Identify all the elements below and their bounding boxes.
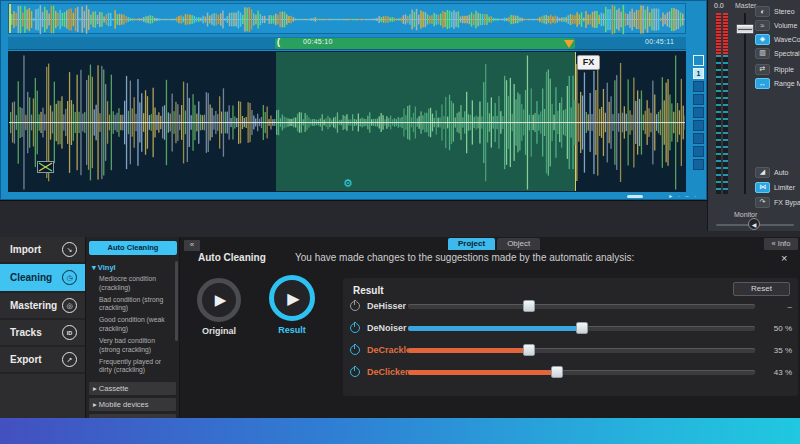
decrackler-slider-handle[interactable] bbox=[523, 344, 535, 356]
selection-start-bracket: ( bbox=[277, 37, 280, 47]
monitor-slider-handle[interactable]: ◀ bbox=[748, 218, 760, 230]
gear-icon[interactable]: ⚙ bbox=[343, 178, 353, 189]
tracks-icon: ID bbox=[62, 325, 77, 340]
level-meter-right bbox=[723, 13, 728, 194]
original-preview: ▶ Original bbox=[191, 278, 247, 336]
declicker-slider-track[interactable] bbox=[408, 370, 755, 375]
stereo-icon: ◐ bbox=[755, 6, 770, 17]
preset-category-vinyl[interactable]: ▾ Vinyl bbox=[92, 263, 176, 272]
auto-icon: ◢ bbox=[755, 167, 770, 178]
mastering-icon: ◎ bbox=[62, 298, 77, 313]
range-mode-button[interactable]: ↔Range Mode bbox=[755, 77, 800, 89]
denoiser-slider-handle[interactable] bbox=[576, 322, 588, 334]
preset-item[interactable]: Bad condition (strong crackling) bbox=[99, 296, 175, 314]
meter-db-label: 0.0 bbox=[714, 2, 724, 9]
panel-title: Auto Cleaning bbox=[198, 252, 266, 263]
play-result-button[interactable]: ▶ bbox=[269, 275, 315, 321]
ripple-button[interactable]: ⇄Ripple bbox=[755, 63, 800, 75]
chevron-down-icon: ▾ bbox=[92, 263, 96, 272]
dehisser-slider-track[interactable] bbox=[408, 304, 755, 309]
main-waveform-view[interactable]: FX ⚙ bbox=[8, 51, 686, 192]
decrackler-slider-track[interactable] bbox=[408, 348, 755, 353]
preset-item[interactable]: Good condition (weak crackling) bbox=[99, 316, 175, 334]
spectral-button[interactable]: ▥Spectral bbox=[755, 47, 800, 59]
zoom-preset-button[interactable] bbox=[693, 159, 704, 170]
zoom-preset-button[interactable] bbox=[693, 94, 704, 105]
timeline-ruler[interactable]: ( 00:45:10 00:45:11 bbox=[8, 37, 686, 50]
zoom-preset-button[interactable] bbox=[693, 133, 704, 144]
monitor-label: Monitor bbox=[734, 211, 757, 218]
selection-start-time: 00:45:10 bbox=[303, 38, 333, 45]
track-overview[interactable] bbox=[8, 3, 686, 34]
master-fader-track[interactable] bbox=[744, 13, 746, 194]
crossfade-icon[interactable] bbox=[37, 161, 54, 173]
slider-row-declicker: DeClicker 43 % bbox=[343, 364, 798, 382]
zoom-preset-strip: 1 bbox=[690, 53, 707, 193]
play-icon: ▶ bbox=[215, 291, 227, 309]
auto-button[interactable]: ◢Auto bbox=[755, 166, 800, 178]
preset-item[interactable]: Mediocre condition (crackling) bbox=[99, 275, 175, 293]
info-button[interactable]: « Info bbox=[764, 238, 798, 250]
zoom-preset-button[interactable] bbox=[693, 81, 704, 92]
master-fader-label: Master bbox=[735, 2, 756, 9]
sidebar-item-import[interactable]: Import↘ bbox=[0, 237, 85, 264]
overview-waveform bbox=[9, 4, 685, 35]
preset-list: Auto Cleaning ▾ Vinyl Mediocre condition… bbox=[85, 237, 180, 418]
slider-row-denoiser: DeNoiser 50 % bbox=[343, 320, 798, 338]
stereo-button[interactable]: ◐Stereo bbox=[755, 5, 800, 17]
power-toggle-icon[interactable] bbox=[350, 301, 360, 311]
scroll-zoom-hints[interactable]: ▸ ∙ – ∙ bbox=[588, 192, 698, 200]
volume-button[interactable]: ≈Volume bbox=[755, 19, 800, 31]
preset-category-cassette[interactable]: ▸ Cassette bbox=[89, 382, 176, 395]
power-toggle-icon[interactable] bbox=[350, 367, 360, 377]
close-icon[interactable]: × bbox=[781, 253, 787, 264]
result-sliders-box: Result Reset DeHisser – DeNoiser 50 % De… bbox=[343, 278, 798, 396]
panel-tabs: Project Object bbox=[448, 238, 540, 250]
wavecolor-icon: ◈ bbox=[755, 34, 770, 45]
wavecolor-button[interactable]: ◈WaveColor bbox=[755, 33, 800, 45]
master-panel: 0.0 Master ◐Stereo ≈Volume ◈WaveColor ▥S… bbox=[707, 0, 800, 231]
sidebar-item-tracks[interactable]: TracksID bbox=[0, 320, 85, 347]
tab-project[interactable]: Project bbox=[448, 238, 495, 250]
chevron-right-icon: ▸ bbox=[93, 384, 97, 393]
limiter-button[interactable]: ⋈Limiter bbox=[755, 181, 800, 193]
limiter-icon: ⋈ bbox=[755, 182, 770, 193]
preset-item[interactable]: Very bad condition (strong crackling) bbox=[99, 337, 175, 355]
denoiser-slider-track[interactable] bbox=[408, 326, 755, 331]
zoom-preset-button[interactable] bbox=[693, 120, 704, 131]
result-preview: ▶ Result bbox=[262, 275, 322, 335]
sidebar-item-mastering[interactable]: Mastering◎ bbox=[0, 293, 85, 320]
zoom-preset-button[interactable]: 1 bbox=[693, 68, 704, 79]
analysis-message: You have made changes to the suggestions… bbox=[295, 252, 634, 263]
collapse-panel-button[interactable]: « bbox=[184, 240, 200, 251]
power-toggle-icon[interactable] bbox=[350, 345, 360, 355]
result-label: Result bbox=[262, 325, 322, 335]
fx-bypass-button[interactable]: ↷FX Bypass bbox=[755, 196, 800, 208]
master-fader-handle[interactable] bbox=[736, 24, 754, 34]
sidebar-item-export[interactable]: Export↗ bbox=[0, 347, 85, 374]
reset-button[interactable]: Reset bbox=[733, 282, 790, 296]
fit-view-button[interactable] bbox=[693, 55, 704, 66]
playhead-marker[interactable] bbox=[564, 40, 574, 48]
declicker-slider-handle[interactable] bbox=[551, 366, 563, 378]
auto-cleaning-button[interactable]: Auto Cleaning bbox=[89, 241, 177, 255]
fx-badge-button[interactable]: FX bbox=[577, 55, 600, 70]
h-scrollbar-thumb[interactable] bbox=[627, 195, 643, 198]
cleaning-panel: « Project Object « Info × Auto Cleaning … bbox=[180, 237, 800, 418]
spectral-icon: ▥ bbox=[755, 48, 770, 59]
preset-category-mobile-devices[interactable]: ▸ Mobile devices bbox=[89, 398, 176, 411]
dehisser-slider-handle[interactable] bbox=[523, 300, 535, 312]
slider-row-dehisser: DeHisser – bbox=[343, 298, 798, 316]
power-toggle-icon[interactable] bbox=[350, 323, 360, 333]
zoom-preset-button[interactable] bbox=[693, 107, 704, 118]
audio-editor-app: ( 00:45:10 00:45:11 FX ⚙ 1 ▸ ∙ – ∙ 0.0 M… bbox=[0, 0, 800, 444]
tab-object[interactable]: Object bbox=[497, 238, 540, 250]
import-icon: ↘ bbox=[62, 242, 77, 257]
sidebar-item-cleaning[interactable]: Cleaning◷ bbox=[0, 264, 85, 293]
export-icon: ↗ bbox=[62, 352, 77, 367]
preset-item[interactable]: Frequently played or dirty (crackling) bbox=[99, 358, 175, 376]
zoom-preset-button[interactable] bbox=[693, 146, 704, 157]
play-original-button[interactable]: ▶ bbox=[197, 278, 241, 322]
range-mode-icon: ↔ bbox=[755, 78, 770, 89]
preset-list-scrollbar[interactable] bbox=[175, 261, 178, 341]
